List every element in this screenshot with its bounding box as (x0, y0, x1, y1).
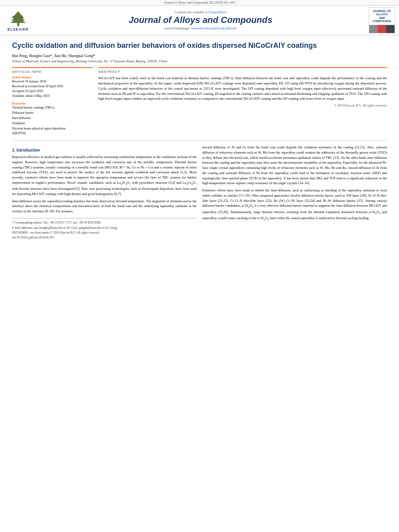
page: Journal of Alloys and Compounds 502 (201… (0, 0, 399, 532)
article-info-column: ARTICLE INFO Article history: Received 1… (12, 67, 93, 136)
keyword-2: Diffusion barrier (12, 111, 93, 116)
abstract-column: ABSTRACT NiCoCrAlY has been widely used … (98, 67, 387, 136)
intro-para-2: Inter-diffusion across the superalloy/co… (12, 199, 197, 214)
received-date: Received 19 January 2010 (12, 79, 93, 84)
elsevier-logo: ELSEVIER (4, 9, 32, 31)
keywords-label: Keywords: (12, 102, 93, 105)
accepted-date: Accepted 25 April 2010 (12, 89, 93, 94)
abstract-text: NiCoCrAlY has been widely used as the bo… (98, 76, 387, 101)
email-line: E-mail addresses: guo.hongbo@buaa.edu.cn… (12, 226, 197, 230)
section-divider (12, 140, 387, 141)
journal-ref-text: Journal of Alloys and Compounds 502 (201… (164, 1, 235, 4)
svg-point-6 (17, 13, 19, 14)
svg-point-5 (22, 16, 23, 18)
journal-homepage: journal homepage: www.elsevier.com/locat… (32, 26, 369, 30)
article-title: Cyclic oxidation and diffusion barrier b… (12, 41, 387, 50)
body-right-column: inward diffusion of Al and Cr from the b… (202, 145, 387, 239)
journal-header: ELSEVIER Contents lists available at Sci… (0, 6, 399, 35)
article-info-label: ARTICLE INFO (12, 70, 93, 74)
keywords-block: Keywords: Thermal barrier coatings (TBCs… (12, 102, 93, 136)
issn-line: 0925-8388/$ – see front matter © 2010 El… (12, 231, 197, 234)
abstract-label: ABSTRACT (98, 70, 387, 74)
jac-color-3 (386, 25, 395, 33)
email-addresses: guo.hongbo@buaa.edu.cn (H. Guo), gangsk@… (34, 226, 118, 230)
intro-text-right: inward diffusion of Al and Cr from the b… (202, 145, 387, 222)
jac-logo: JOURNAL OFALLOYSANDCOMPOUNDS (369, 7, 395, 33)
copyright: © 2010 Elsevier B.V. All rights reserved… (98, 104, 387, 107)
email-label: E-mail addresses: (12, 226, 33, 230)
keyword-1: Thermal barrier coatings (TBCs) (12, 105, 93, 111)
footer-section: * Corresponding authors. Tel.: +86 10 82… (12, 218, 197, 239)
received-revised-date: Received in revised form 20 April 2010 (12, 84, 93, 89)
jac-color-1 (369, 25, 378, 33)
body-columns: 1. Introduction Improved efficiency in m… (12, 145, 387, 239)
keyword-4: Oxidation (12, 121, 93, 126)
affiliation: School of Materials Science and Engineer… (12, 59, 387, 63)
intro-para-4: Extensive efforts have been made to inhi… (202, 188, 387, 222)
article-content: Cyclic oxidation and diffusion barrier b… (0, 35, 399, 245)
intro-text-left: Improved efficiency in modern gas turbin… (12, 154, 197, 214)
intro-para-1: Improved efficiency in modern gas turbin… (12, 154, 197, 197)
available-date: Available online 4 May 2010 (12, 94, 93, 99)
journal-title-block: Contents lists available at ScienceDirec… (32, 10, 369, 30)
article-history-label: Article history: (12, 76, 93, 79)
article-info-abstract: ARTICLE INFO Article history: Received 1… (12, 67, 387, 136)
journal-title: Journal of Alloys and Compounds (32, 15, 369, 25)
doi-line: doi:10.1016/j.jallcom.2010.04.183 (12, 236, 197, 239)
keyword-3: Inter-diffusion (12, 116, 93, 121)
journal-url[interactable]: www.elsevier.com/locate/jallcom (191, 26, 237, 30)
sciencedirect-line: Contents lists available at ScienceDirec… (32, 10, 369, 14)
body-left-column: 1. Introduction Improved efficiency in m… (12, 145, 197, 239)
jac-color-2 (378, 25, 386, 33)
abstract-paragraph: NiCoCrAlY has been widely used as the bo… (98, 76, 387, 101)
sciencedirect-link[interactable]: ScienceDirect (208, 10, 226, 14)
intro-heading: 1. Introduction (12, 148, 197, 152)
jac-logo-colors (369, 25, 395, 33)
corresponding-author: * Corresponding authors. Tel.: +86 10 82… (12, 220, 197, 225)
keyword-5: Electron beam–physical vapor deposition(… (12, 126, 93, 137)
svg-point-4 (12, 16, 14, 17)
jac-logo-text: JOURNAL OFALLOYSANDCOMPOUNDS (369, 8, 395, 25)
elsevier-label: ELSEVIER (8, 27, 29, 31)
authors: Hui Peng, Hongbo Guo*, Jian He, Shengkai… (12, 53, 387, 58)
intro-para-3: inward diffusion of Al and Cr from the b… (202, 145, 387, 186)
article-history-block: Article history: Received 19 January 201… (12, 76, 93, 99)
elsevier-tree-icon (7, 9, 29, 27)
journal-ref-banner: Journal of Alloys and Compounds 502 (201… (0, 0, 399, 6)
